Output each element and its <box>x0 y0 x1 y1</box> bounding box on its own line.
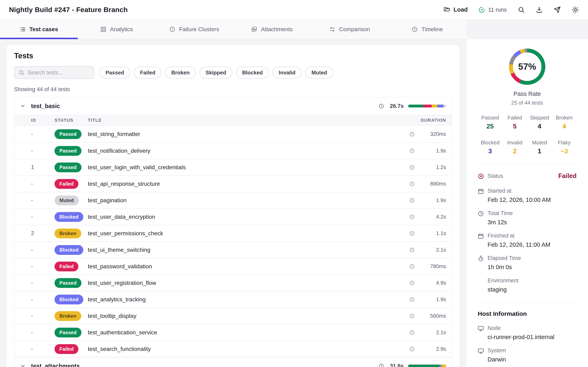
tab-analytics[interactable]: Analytics <box>78 20 156 39</box>
clock-icon <box>409 264 415 269</box>
clock-icon <box>379 103 384 109</box>
main-panel: Tests Passed Failed Broken <box>0 39 466 367</box>
test-duration: 1.9s <box>409 197 446 203</box>
group-status-bar <box>408 105 446 108</box>
top-bar: Nightly Build #247 - Feature Branch Load… <box>0 0 588 20</box>
table-row[interactable]: - Failed test_search_functionality 2.9s <box>14 341 452 357</box>
detail-label: Status <box>488 173 558 179</box>
table-row[interactable]: - Failed test_password_validation 780ms <box>14 258 452 275</box>
group-name: test_basic <box>31 103 60 109</box>
monitor-icon <box>478 325 488 341</box>
test-title: test_pagination <box>88 197 409 204</box>
x-circle-icon <box>478 173 488 179</box>
table-row[interactable]: - Broken test_tooltip_display 560ms <box>14 308 452 324</box>
search-button[interactable] <box>518 6 525 13</box>
chevron-down-icon <box>20 363 26 367</box>
test-title: test_api_response_structure <box>88 181 409 187</box>
host-information-list: Node ci-runner-prod-01.internal System D… <box>478 325 577 367</box>
test-id: - <box>31 181 54 187</box>
filter-chip[interactable]: Broken <box>165 67 196 78</box>
download-button[interactable] <box>536 6 543 13</box>
page-title: Nightly Build #247 - Feature Branch <box>9 6 128 14</box>
table-row[interactable]: - Blocked test_user_data_encryption 4.2s <box>14 208 452 225</box>
table-row[interactable]: 1 Passed test_user_login_with_valid_cred… <box>14 159 452 175</box>
stat-label: Muted <box>527 140 552 146</box>
tab-label: Failure Clusters <box>179 26 219 33</box>
test-duration: 2.9s <box>409 346 446 352</box>
test-id: - <box>31 280 54 286</box>
stat-value: 2 <box>502 147 527 155</box>
table-row[interactable]: - Passed test_string_formatter 320ms <box>14 126 452 142</box>
stat-value: 1 <box>527 147 552 155</box>
clock-icon <box>409 247 415 253</box>
test-id: 2 <box>31 230 54 236</box>
load-button[interactable]: Load <box>444 6 467 13</box>
detail-status: Status Failed <box>478 172 577 180</box>
send-button[interactable] <box>554 6 561 13</box>
stat-item: Broken 4 <box>552 115 577 130</box>
table-row[interactable]: 2 Broken test_user_permissions_check 1.1… <box>14 225 452 242</box>
test-title: test_authentication_service <box>88 329 409 336</box>
tab-attachments[interactable]: Attachments <box>233 20 311 39</box>
test-id: - <box>31 296 54 303</box>
check-circle-icon <box>479 7 485 13</box>
test-id: - <box>31 131 54 137</box>
tab-timeline[interactable]: Timeline <box>389 20 466 39</box>
runs-indicator[interactable]: 11 runs <box>479 7 507 13</box>
clock-icon <box>409 280 415 286</box>
stat-item: Invalid 2 <box>502 140 527 155</box>
clock-icon <box>409 231 415 236</box>
test-duration: 1.9s <box>409 296 446 303</box>
test-id: - <box>31 313 54 319</box>
table-row[interactable]: - Blocked test_ui_theme_switching 2.1s <box>14 242 452 258</box>
tab-failure-clusters[interactable]: Failure Clusters <box>155 20 233 39</box>
filter-chip[interactable]: Invalid <box>273 67 302 78</box>
theme-toggle-button[interactable] <box>572 6 579 13</box>
detail-value: 3m 12s <box>488 219 577 226</box>
test-title: test_analytics_tracking <box>88 296 409 303</box>
detail-label: Elapsed Time <box>488 255 577 261</box>
status-filter-chips: Passed Failed Broken Skipped Blocked Inv… <box>99 67 333 78</box>
status-stats-grid: Passed 25 Failed 5 Skipped 4 Broken 4 <box>478 115 577 155</box>
table-row[interactable]: - Blocked test_analytics_tracking 1.9s <box>14 291 452 308</box>
table-row[interactable]: - Muted test_pagination 1.9s <box>14 192 452 208</box>
test-id: - <box>31 329 54 336</box>
stat-value: 4 <box>552 123 577 130</box>
table-row[interactable]: - Passed test_user_registration_flow 4.9… <box>14 275 452 291</box>
filter-chip[interactable]: Passed <box>99 67 130 78</box>
divider <box>478 302 577 302</box>
list-icon <box>20 26 26 33</box>
clock-icon <box>409 346 415 352</box>
group-header-test-attachments[interactable]: test_attachments 31.6s <box>14 357 452 367</box>
host-label: Node <box>488 325 577 331</box>
detail-value: Feb 12, 2026, 11:00 AM <box>488 242 577 248</box>
table-row[interactable]: - Passed test_notification_delivery 1.9s <box>14 142 452 159</box>
filter-chip[interactable]: Failed <box>134 67 162 78</box>
filter-chip[interactable]: Muted <box>305 67 333 78</box>
group-header-test-basic[interactable]: test_basic 26.7s <box>14 97 452 115</box>
stat-item: Blocked 3 <box>478 140 502 155</box>
test-duration: 1.2s <box>409 164 446 170</box>
table-row[interactable]: - Failed test_api_response_structure 890… <box>14 175 452 192</box>
test-title: test_search_functionality <box>88 346 409 352</box>
tab-test-cases[interactable]: Test cases <box>0 20 78 39</box>
summary-sidebar: 57% Pass Rate 25 of 44 tests Passed 25 F… <box>466 39 588 367</box>
column-title: TITLE <box>88 118 409 123</box>
clock-icon <box>409 214 415 220</box>
detail-label: Finished at <box>488 233 577 239</box>
tab-label: Timeline <box>421 26 443 33</box>
host-value: Darwin <box>488 356 577 363</box>
host-information-heading: Host Information <box>478 310 577 317</box>
calendar-icon <box>478 233 488 248</box>
table-row[interactable]: - Passed test_authentication_service 2.1… <box>14 324 452 341</box>
stat-label: Flaky <box>552 140 577 146</box>
filter-chip[interactable]: Skipped <box>199 67 232 78</box>
test-title: test_notification_delivery <box>88 148 409 154</box>
group-duration: 31.6s <box>387 363 404 367</box>
search-input[interactable] <box>14 66 94 79</box>
detail-elapsed-time: Elapsed Time 1h 0m 0s <box>478 255 577 271</box>
filter-chip[interactable]: Blocked <box>236 67 269 78</box>
tab-label: Attachments <box>261 26 293 33</box>
tab-comparison[interactable]: Comparison <box>311 20 389 39</box>
stat-label: Skipped <box>527 115 552 121</box>
